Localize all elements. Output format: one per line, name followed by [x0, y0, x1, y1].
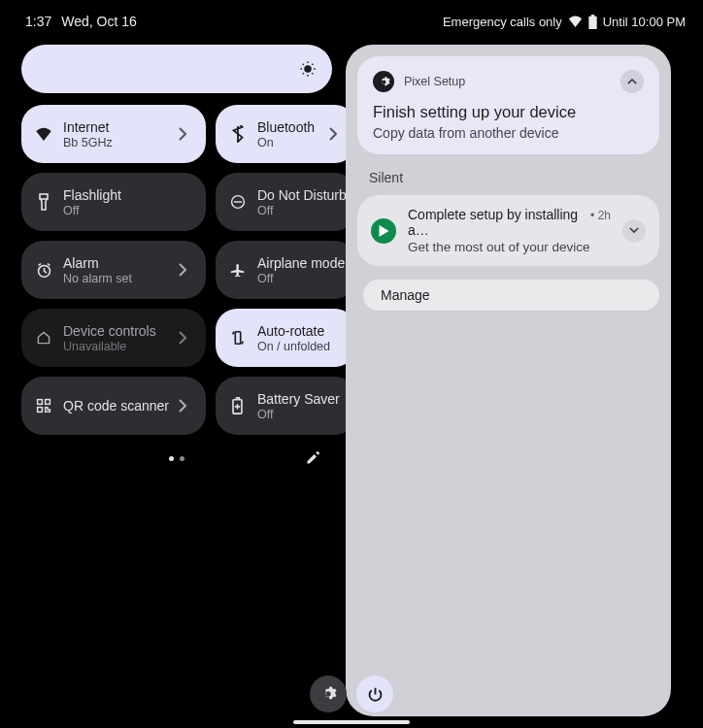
tile-title: Alarm	[63, 255, 169, 271]
power-button[interactable]	[356, 676, 393, 712]
tile-title: Flashlight	[63, 187, 196, 203]
tile-title: Auto-rotate	[257, 323, 347, 339]
tile-airplane[interactable]: Airplane modeOff	[216, 241, 356, 299]
chevron-right-icon[interactable]	[179, 127, 196, 141]
collapse-button[interactable]	[620, 70, 644, 93]
tile-battery-saver[interactable]: Battery SaverOff	[216, 377, 356, 435]
home-icon	[34, 330, 53, 346]
tile-subtitle: Off	[63, 204, 196, 217]
tile-alarm[interactable]: AlarmNo alarm set	[21, 241, 206, 299]
tile-device-controls[interactable]: Device controlsUnavailable	[21, 309, 206, 367]
tile-dnd[interactable]: Do Not DisturbOff	[216, 173, 356, 231]
flashlight-icon	[34, 193, 53, 211]
tile-subtitle: On	[257, 136, 319, 149]
tile-title: Do Not Disturb	[257, 187, 347, 203]
quick-settings-panel: InternetBb 5GHz BluetoothOn FlashlightOf…	[21, 45, 332, 716]
tile-title: Device controls	[63, 323, 169, 339]
chevron-right-icon[interactable]	[179, 263, 196, 277]
status-until: Until 10:00 PM	[603, 15, 686, 29]
wifi-icon	[568, 16, 583, 27]
svg-rect-4	[235, 332, 240, 345]
notification-title: Finish setting up your device	[373, 103, 644, 121]
svg-point-0	[305, 66, 311, 72]
alarm-icon	[34, 262, 53, 279]
status-date: Wed, Oct 16	[61, 14, 137, 29]
notification-body: Get the most out of your device	[408, 240, 611, 254]
tile-qr-scanner[interactable]: QR code scanner	[21, 377, 206, 435]
tile-title: Bluetooth	[257, 119, 319, 135]
tile-internet[interactable]: InternetBb 5GHz	[21, 105, 206, 163]
notification-panel: Pixel Setup Finish setting up your devic…	[346, 45, 671, 716]
tile-subtitle: Unavailable	[63, 340, 169, 353]
airplane-icon	[228, 262, 248, 278]
svg-rect-1	[40, 194, 48, 199]
status-bar: 1:37 Wed, Oct 16 Emergency calls only Un…	[0, 0, 703, 37]
battery-icon	[588, 15, 597, 29]
edit-tiles-button[interactable]	[305, 450, 320, 466]
svg-rect-6	[46, 400, 50, 405]
tile-subtitle: Off	[257, 272, 347, 285]
svg-rect-7	[38, 408, 43, 413]
rotate-icon	[228, 329, 248, 347]
brightness-slider[interactable]	[21, 45, 332, 93]
tile-title: Internet	[63, 119, 169, 135]
bluetooth-icon	[228, 125, 248, 143]
tile-subtitle: Off	[257, 408, 347, 421]
gear-icon	[373, 71, 394, 92]
tile-title: Airplane mode	[257, 255, 347, 271]
tile-subtitle: Bb 5GHz	[63, 136, 169, 149]
tile-subtitle: No alarm set	[63, 272, 169, 285]
tile-title: Battery Saver	[257, 391, 347, 407]
chevron-right-icon[interactable]	[329, 127, 347, 141]
wifi-icon	[34, 127, 53, 141]
svg-rect-5	[38, 400, 43, 405]
app-name: Pixel Setup	[404, 75, 465, 88]
tile-title: QR code scanner	[63, 398, 169, 414]
notification-play-setup[interactable]: Complete setup by installing a… • 2h Get…	[357, 195, 659, 266]
tile-subtitle: Off	[257, 204, 347, 217]
notification-time: 2h	[598, 209, 611, 222]
qr-icon	[34, 398, 53, 414]
chevron-right-icon[interactable]	[179, 331, 196, 345]
brightness-icon	[299, 60, 317, 78]
notification-pixel-setup[interactable]: Pixel Setup Finish setting up your devic…	[357, 56, 659, 154]
page-dot	[169, 456, 174, 461]
dnd-icon	[228, 194, 248, 210]
tile-flashlight[interactable]: FlashlightOff	[21, 173, 206, 231]
manage-button[interactable]: Manage	[363, 280, 659, 311]
chevron-right-icon[interactable]	[179, 399, 196, 413]
tile-bluetooth[interactable]: BluetoothOn	[216, 105, 356, 163]
navigation-pill[interactable]	[293, 720, 410, 724]
notification-body: Copy data from another device	[373, 125, 644, 141]
settings-button[interactable]	[310, 676, 347, 712]
bottom-controls	[0, 676, 703, 712]
expand-button[interactable]	[622, 219, 646, 243]
play-store-icon	[371, 218, 396, 244]
status-emergency: Emergency calls only	[443, 15, 562, 29]
notification-title: Complete setup by installing a…	[408, 207, 586, 238]
silent-section-label: Silent	[357, 170, 659, 195]
pager-dots	[21, 448, 332, 468]
status-time: 1:37	[25, 14, 51, 29]
tile-auto-rotate[interactable]: Auto-rotateOn / unfolded	[216, 309, 356, 367]
page-dot	[180, 456, 184, 461]
battery-saver-icon	[228, 397, 248, 414]
tile-subtitle: On / unfolded	[257, 340, 347, 353]
